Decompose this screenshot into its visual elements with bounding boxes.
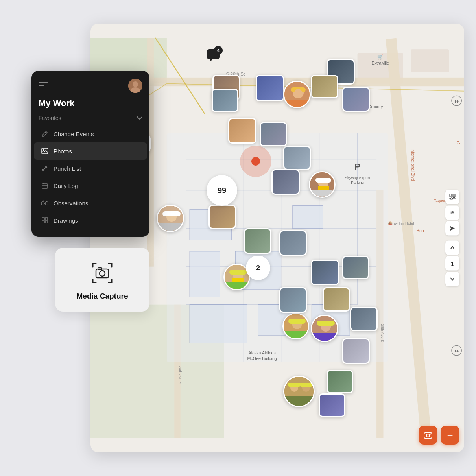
svg-rect-107: [42, 184, 48, 188]
sidebar-header: [31, 79, 149, 98]
svg-line-115: [46, 201, 47, 202]
avatar-marker-1[interactable]: [283, 81, 311, 108]
user-avatar[interactable]: [128, 79, 142, 93]
svg-text:Parking: Parking: [351, 180, 364, 184]
avatar-marker-3[interactable]: [157, 205, 184, 232]
svg-text:ExtraMile: ExtraMile: [372, 61, 389, 65]
photo-marker-14[interactable]: [311, 260, 339, 285]
svg-point-112: [45, 202, 48, 205]
photo-marker-11[interactable]: [208, 205, 236, 229]
svg-rect-96: [426, 432, 430, 433]
sidebar-item-observations-label: Observations: [54, 200, 88, 207]
edit-icon: [41, 130, 49, 138]
sidebar-item-observations[interactable]: Observations: [34, 194, 147, 212]
photo-marker-10[interactable]: [260, 122, 287, 146]
media-capture-card[interactable]: Media Capture: [55, 248, 149, 312]
photo-marker-20[interactable]: [327, 370, 353, 393]
svg-rect-29: [190, 305, 247, 343]
photo-marker-6[interactable]: [311, 75, 338, 98]
svg-rect-78: [317, 321, 335, 326]
grid-icon: [41, 216, 49, 224]
image-icon: [41, 147, 49, 155]
filter-button[interactable]: [445, 190, 459, 204]
sidebar-title: My Work: [31, 98, 149, 115]
svg-rect-116: [42, 218, 44, 220]
svg-rect-28: [293, 206, 323, 229]
calendar-icon: [41, 182, 49, 190]
svg-rect-118: [42, 221, 44, 223]
chat-marker[interactable]: 4: [207, 49, 220, 59]
svg-text:International Blvd: International Blvd: [411, 148, 415, 181]
count-bubble-99[interactable]: 99: [207, 175, 237, 206]
photo-marker-3[interactable]: [256, 75, 284, 101]
sidebar-item-drawings-label: Drawings: [54, 217, 78, 224]
svg-point-90: [450, 194, 452, 196]
svg-text:7-: 7-: [457, 141, 461, 146]
svg-point-99: [133, 81, 138, 87]
svg-marker-93: [450, 226, 455, 231]
avatar-marker-2[interactable]: [309, 171, 336, 198]
sidebar-item-punch-list[interactable]: Punch List: [34, 160, 147, 177]
ctrl-divider: [446, 238, 458, 238]
sidebar-item-daily-log[interactable]: Daily Log: [34, 177, 147, 194]
map-action-buttons: +: [419, 426, 459, 445]
tool-icon: [41, 164, 49, 172]
svg-rect-65: [162, 211, 181, 216]
location-button[interactable]: [445, 221, 459, 236]
sidebar: My Work Favorites Change Events Photos: [31, 71, 149, 237]
photo-marker-21[interactable]: [319, 393, 345, 417]
svg-rect-60: [315, 178, 331, 183]
svg-text:Alaska Airlines: Alaska Airlines: [249, 351, 276, 355]
avatar-marker-5[interactable]: [282, 313, 309, 339]
add-button[interactable]: +: [441, 426, 459, 445]
photo-marker-15[interactable]: [323, 287, 350, 312]
photo-marker-7[interactable]: [228, 118, 256, 144]
sidebar-item-change-events[interactable]: Change Events: [34, 125, 147, 142]
svg-rect-82: [288, 383, 301, 387]
svg-point-91: [453, 196, 455, 198]
sidebar-item-photos-label: Photos: [54, 148, 72, 155]
svg-text:99: 99: [454, 99, 459, 103]
svg-rect-71: [232, 278, 244, 282]
photo-marker-12[interactable]: [244, 228, 271, 254]
photo-marker-16[interactable]: [342, 256, 369, 279]
photo-marker-17[interactable]: [279, 287, 307, 313]
media-capture-label: Media Capture: [77, 292, 128, 301]
photo-marker-18[interactable]: [350, 307, 378, 331]
svg-rect-26: [190, 251, 220, 297]
layers-button[interactable]: i5: [445, 206, 459, 220]
photo-marker-5[interactable]: [342, 87, 370, 112]
photo-marker-8[interactable]: [283, 146, 311, 170]
svg-text:P: P: [354, 162, 360, 172]
photo-marker-13[interactable]: [279, 230, 307, 256]
svg-point-97: [430, 434, 432, 435]
svg-text:🛒: 🛒: [377, 54, 383, 60]
avatar-marker-6[interactable]: [311, 315, 338, 342]
page-number[interactable]: 1: [445, 256, 459, 271]
avatar-marker-7[interactable]: [283, 376, 315, 407]
sidebar-item-punch-list-label: Punch List: [54, 165, 81, 172]
svg-line-114: [43, 201, 44, 202]
svg-text:Skyway Airport: Skyway Airport: [345, 175, 370, 180]
photo-marker-19[interactable]: [342, 338, 370, 364]
sidebar-item-change-events-label: Change Events: [54, 131, 94, 137]
svg-point-57: [294, 89, 302, 97]
layout-icon[interactable]: [39, 82, 48, 89]
svg-point-121: [100, 271, 105, 276]
svg-line-101: [45, 132, 46, 133]
svg-rect-119: [45, 221, 48, 223]
up-button[interactable]: [445, 241, 459, 255]
sidebar-item-daily-log-label: Daily Log: [54, 183, 78, 189]
svg-point-111: [41, 202, 44, 205]
svg-text:28th Ave S: 28th Ave S: [380, 324, 385, 342]
photo-marker-9[interactable]: [271, 169, 300, 195]
count-bubble-2[interactable]: 2: [246, 256, 270, 280]
sidebar-item-photos[interactable]: Photos: [34, 142, 147, 160]
svg-text:Bob: Bob: [417, 228, 424, 233]
camera-button[interactable]: [419, 426, 437, 445]
down-button[interactable]: [445, 272, 459, 286]
sidebar-item-drawings[interactable]: Drawings: [34, 212, 147, 229]
svg-point-92: [451, 198, 453, 200]
binoculars-icon: [41, 199, 49, 207]
photo-marker-2[interactable]: [212, 89, 238, 112]
